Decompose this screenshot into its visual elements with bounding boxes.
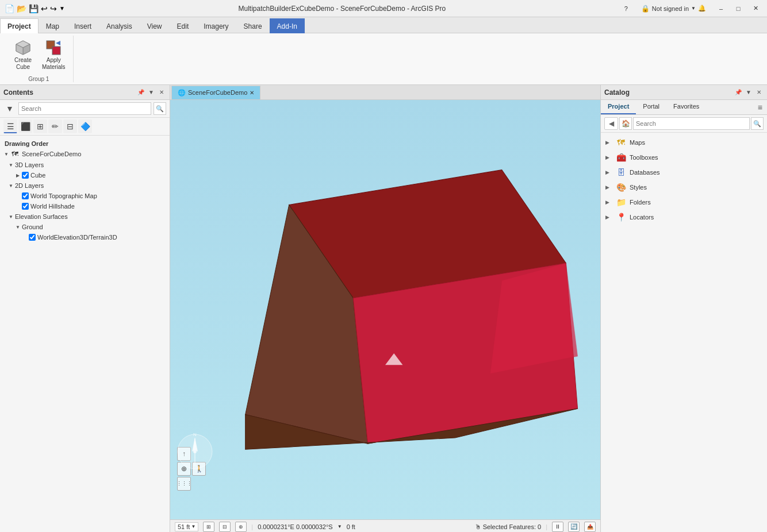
tree-item-2dlayers[interactable]: ▼ 2D Layers bbox=[0, 180, 170, 191]
app-title: MultipatchBuilderExCubeDemo - SceneForCu… bbox=[65, 5, 619, 13]
tab-map[interactable]: Map bbox=[39, 18, 67, 33]
catalog-item-maps[interactable]: ▶ 🗺 Maps bbox=[601, 135, 767, 150]
tab-analysis[interactable]: Analysis bbox=[99, 18, 140, 33]
catalog-item-locators[interactable]: ▶ 📍 Locators bbox=[601, 210, 767, 225]
coord-dropdown[interactable]: ▼ bbox=[338, 524, 342, 529]
contents-close-btn[interactable]: ✕ bbox=[157, 88, 166, 97]
scene-tab-close[interactable]: ✕ bbox=[250, 90, 254, 96]
map-area: 🌐 SceneForCubeDemo ✕ bbox=[170, 85, 600, 532]
nav-menu-btn[interactable]: ⋮⋮⋮ bbox=[177, 477, 191, 491]
toolbar-filter-btn[interactable]: ⊞ bbox=[33, 119, 47, 133]
world-topo-checkbox[interactable] bbox=[22, 192, 29, 199]
catalog-pin-btn[interactable]: 📌 bbox=[734, 88, 743, 97]
maps-toggle[interactable]: ▶ bbox=[605, 140, 612, 145]
world-topo-label: World Topographic Map bbox=[30, 192, 97, 199]
apply-materials-button[interactable]: ApplyMaterials bbox=[39, 36, 68, 74]
contents-filter-icon[interactable]: ▼ bbox=[3, 102, 16, 115]
catalog-tab-portal[interactable]: Portal bbox=[636, 99, 666, 114]
scene-tab[interactable]: 🌐 SceneForCubeDemo ✕ bbox=[171, 86, 260, 99]
open-icon[interactable]: 📂 bbox=[17, 4, 26, 13]
scale-dropdown[interactable]: 51 ft ▼ bbox=[175, 522, 198, 531]
redo-icon[interactable]: ↪ bbox=[50, 4, 57, 13]
lock-icon: 🔒 bbox=[641, 5, 650, 13]
cube-checkbox[interactable] bbox=[22, 172, 29, 179]
styles-toggle[interactable]: ▶ bbox=[605, 184, 612, 190]
tree-item-scene[interactable]: ▼ 🗺 SceneForCubeDemo bbox=[0, 148, 170, 160]
tree-item-3dlayers[interactable]: ▼ 3D Layers bbox=[0, 160, 170, 170]
databases-toggle[interactable]: ▶ bbox=[605, 169, 612, 175]
signed-in-area: 🔒 Not signed in ▼ 🔔 bbox=[636, 5, 711, 13]
minimize-btn[interactable]: – bbox=[714, 3, 728, 14]
toolboxes-toggle[interactable]: ▶ bbox=[605, 155, 612, 160]
catalog-item-styles[interactable]: ▶ 🎨 Styles bbox=[601, 180, 767, 195]
toolbar-list-btn[interactable]: ☰ bbox=[3, 119, 17, 133]
world-hillshade-checkbox[interactable] bbox=[22, 203, 29, 210]
folders-toggle[interactable]: ▶ bbox=[605, 199, 612, 205]
tree-item-ground[interactable]: ▼ Ground bbox=[0, 222, 170, 232]
contents-search-button[interactable]: 🔍 bbox=[154, 102, 166, 115]
catalog-tree: ▶ 🗺 Maps ▶ 🧰 Toolboxes ▶ 🗄 Databases ▶ 🎨… bbox=[601, 133, 767, 532]
3dlayers-toggle[interactable]: ▼ bbox=[7, 161, 15, 169]
pause-btn[interactable]: ⏸ bbox=[552, 522, 563, 532]
world-elev-checkbox[interactable] bbox=[29, 234, 36, 241]
locators-toggle[interactable]: ▶ bbox=[605, 214, 612, 220]
catalog-menu-btn[interactable]: ▼ bbox=[744, 88, 753, 97]
catalog-tab-project[interactable]: Project bbox=[601, 99, 636, 114]
tab-addin[interactable]: Add-In bbox=[270, 18, 305, 33]
tab-share[interactable]: Share bbox=[236, 18, 270, 33]
2dlayers-toggle[interactable]: ▼ bbox=[7, 182, 15, 190]
tab-imagery[interactable]: Imagery bbox=[196, 18, 236, 33]
close-btn[interactable]: ✕ bbox=[749, 3, 762, 14]
contents-menu-btn[interactable]: ▼ bbox=[147, 88, 156, 97]
catalog-tab-favorites[interactable]: Favorites bbox=[666, 99, 706, 114]
catalog-home-icon[interactable]: 🏠 bbox=[619, 117, 632, 130]
catalog-search-input[interactable] bbox=[633, 117, 750, 130]
toolbar-3d-btn[interactable]: ⬛ bbox=[18, 119, 32, 133]
signed-in-label[interactable]: Not signed in bbox=[652, 5, 689, 12]
dropdown-icon[interactable]: ▼ bbox=[59, 5, 65, 11]
question-btn[interactable]: ? bbox=[619, 3, 633, 14]
locators-label: Locators bbox=[630, 214, 654, 221]
scale-value: 51 ft bbox=[178, 523, 190, 530]
status-nav3[interactable]: ⊕ bbox=[235, 522, 247, 532]
tab-insert[interactable]: Insert bbox=[67, 18, 99, 33]
maximize-btn[interactable]: □ bbox=[731, 3, 745, 14]
save-icon[interactable]: 💾 bbox=[29, 4, 39, 13]
world-hillshade-spacer bbox=[14, 202, 22, 210]
catalog-back-btn[interactable]: ◀ bbox=[604, 117, 618, 130]
undo-icon[interactable]: ↩ bbox=[41, 4, 48, 13]
toolbar-table-btn[interactable]: ⊟ bbox=[63, 119, 77, 133]
cube-toggle[interactable]: ▶ bbox=[14, 171, 22, 179]
status-nav2[interactable]: ⊟ bbox=[219, 522, 231, 532]
catalog-search-button[interactable]: 🔍 bbox=[751, 117, 764, 130]
tree-item-cube[interactable]: ▶ Cube bbox=[0, 170, 170, 180]
catalog-item-folders[interactable]: ▶ 📁 Folders bbox=[601, 195, 767, 210]
tab-view[interactable]: View bbox=[140, 18, 170, 33]
tab-edit[interactable]: Edit bbox=[170, 18, 197, 33]
contents-search-input[interactable] bbox=[18, 102, 151, 115]
toolbar-edit-btn[interactable]: ✏ bbox=[48, 119, 62, 133]
contents-tree: Drawing Order ▼ 🗺 SceneForCubeDemo ▼ 3D … bbox=[0, 136, 170, 532]
tab-project[interactable]: Project bbox=[0, 18, 39, 33]
elev-surfaces-toggle[interactable]: ▼ bbox=[7, 213, 15, 221]
status-nav1[interactable]: ⊞ bbox=[203, 522, 214, 532]
create-cube-button[interactable]: CreateCube bbox=[9, 36, 37, 74]
tree-item-world-topo[interactable]: World Topographic Map bbox=[0, 191, 170, 201]
contents-pin-btn[interactable]: 📌 bbox=[136, 88, 145, 97]
catalog-header-controls: 📌 ▼ ✕ bbox=[734, 88, 764, 97]
catalog-tab-menu-icon[interactable]: ≡ bbox=[753, 101, 767, 114]
bell-icon[interactable]: 🔔 bbox=[698, 5, 706, 12]
refresh-btn[interactable]: 🔄 bbox=[568, 522, 580, 532]
tree-item-elev-surfaces[interactable]: ▼ Elevation Surfaces bbox=[0, 211, 170, 222]
ground-toggle[interactable]: ▼ bbox=[14, 223, 22, 231]
tree-item-world-elev[interactable]: WorldElevation3D/Terrain3D bbox=[0, 232, 170, 242]
scene-view[interactable]: ↑ ⊕ 🚶 ⋮⋮⋮ N bbox=[170, 100, 600, 519]
tree-item-world-hillshade[interactable]: World Hillshade bbox=[0, 201, 170, 211]
new-icon[interactable]: 📄 bbox=[5, 4, 14, 13]
scene-toggle[interactable]: ▼ bbox=[2, 150, 10, 158]
catalog-close-btn[interactable]: ✕ bbox=[754, 88, 764, 97]
catalog-item-toolboxes[interactable]: ▶ 🧰 Toolboxes bbox=[601, 150, 767, 165]
export-btn[interactable]: 📤 bbox=[584, 522, 596, 532]
catalog-item-databases[interactable]: ▶ 🗄 Databases bbox=[601, 165, 767, 180]
toolbar-symbol-btn[interactable]: 🔷 bbox=[78, 119, 92, 133]
